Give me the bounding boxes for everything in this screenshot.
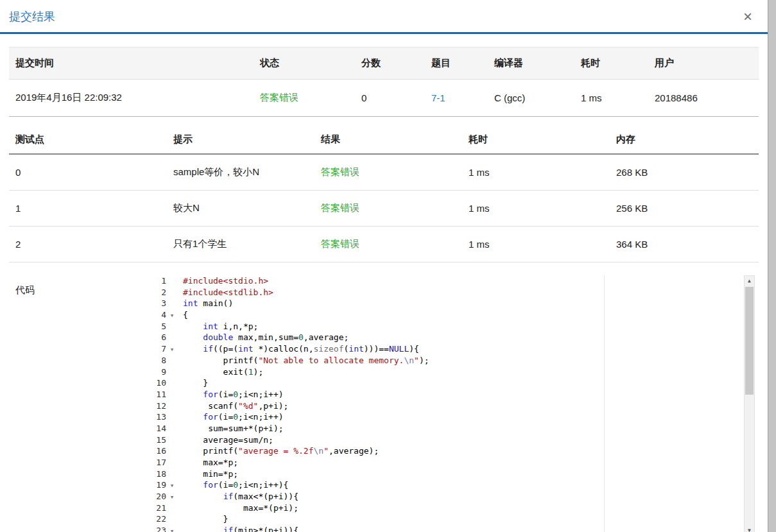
code-editor[interactable]: 1#include<stdio.h>2#include<stdlib.h>3in… [144, 275, 755, 532]
col-header-case-elapsed: 耗时 [462, 126, 610, 154]
col-header-result: 结果 [315, 126, 462, 154]
submission-result-modal: 提交结果 × 提交时间 状态 分数 题目 编译器 耗时 用户 [0, 0, 768, 532]
line-gutter: 11 [144, 389, 183, 400]
submission-score: 0 [355, 80, 425, 117]
line-number: 12 [144, 400, 166, 412]
code-line: 5 int i,n,*p; [144, 321, 755, 332]
line-gutter: 23▾ [144, 525, 183, 532]
code-text: int main() [183, 298, 233, 308]
fold-arrow-icon[interactable]: ▾ [166, 480, 178, 492]
code-text: average=sum/n; [183, 435, 273, 445]
line-number: 13 [144, 411, 166, 423]
testcase-memory: 256 KB [610, 191, 759, 227]
submission-time: 2019年4月16日 22:09:32 [9, 80, 254, 117]
line-gutter: 7▾ [144, 343, 183, 356]
line-number: 14 [144, 423, 166, 434]
code-line: 15 average=sum/n; [144, 434, 755, 446]
code-line: 9 exit(1); [144, 366, 755, 378]
line-gutter: 9 [144, 366, 183, 378]
code-text: max=*(p+i); [183, 503, 298, 513]
fold-arrow-icon[interactable]: ▾ [166, 526, 178, 532]
line-gutter: 19▾ [144, 479, 183, 492]
line-number: 17 [144, 457, 166, 468]
line-number: 9 [144, 366, 166, 378]
testcase-row: 1 较大N 答案错误 1 ms 256 KB [9, 191, 759, 227]
code-text: printf("Not able to allocate memory.\n")… [183, 356, 429, 365]
code-text: int i,n,*p; [183, 322, 258, 331]
line-number: 20 [144, 491, 166, 502]
code-text: } [183, 378, 208, 388]
fold-arrow-icon[interactable]: ▾ [166, 492, 178, 503]
modal-body: 提交时间 状态 分数 题目 编译器 耗时 用户 2019年4月16日 22:09… [0, 47, 768, 532]
code-text: min=*p; [183, 469, 238, 479]
submission-status: 答案错误 [254, 80, 355, 117]
code-line: 1#include<stdio.h> [144, 275, 755, 287]
submission-table: 提交时间 状态 分数 题目 编译器 耗时 用户 2019年4月16日 22:09… [9, 47, 759, 117]
code-text: { [183, 310, 188, 320]
col-header-status: 状态 [254, 47, 355, 80]
code-editor-lines: 1#include<stdio.h>2#include<stdlib.h>3in… [144, 275, 755, 532]
line-gutter: 21 [144, 502, 183, 514]
line-gutter: 18 [144, 468, 183, 480]
code-line: 8 printf("Not able to allocate memory.\n… [144, 355, 755, 366]
col-header-testcase: 测试点 [9, 126, 167, 154]
code-text: sum=sum+*(p+i); [183, 424, 284, 433]
testcase-table-header-row: 测试点 提示 结果 耗时 内存 [9, 126, 759, 154]
testcase-id: 0 [9, 154, 167, 191]
line-gutter: 2 [144, 287, 183, 298]
code-line: 22 } [144, 513, 755, 525]
line-gutter: 14 [144, 423, 183, 434]
fold-arrow-icon[interactable]: ▾ [166, 310, 178, 322]
testcase-row: 2 只有1个学生 答案错误 1 ms 364 KB [9, 227, 759, 262]
editor-scrollbar[interactable]: ▲ ▼ [744, 275, 755, 532]
line-gutter: 20▾ [144, 491, 183, 503]
code-text: for(i=0;i<n;i++) [183, 390, 284, 399]
line-number: 18 [144, 468, 166, 480]
scroll-down-icon[interactable]: ▼ [745, 526, 754, 532]
code-line: 23▾ if(min>*(p+i)){ [144, 525, 755, 532]
code-text: if(max<*(p+i)){ [183, 492, 298, 501]
scrollbar-thumb[interactable] [745, 287, 754, 395]
code-line: 17 max=*p; [144, 457, 755, 468]
testcase-elapsed: 1 ms [462, 227, 610, 262]
testcase-result: 答案错误 [315, 154, 462, 191]
close-icon[interactable]: × [743, 9, 752, 24]
line-gutter: 12 [144, 400, 183, 412]
testcase-memory: 268 KB [610, 154, 759, 191]
line-gutter: 10 [144, 377, 183, 389]
testcase-id: 2 [9, 227, 167, 262]
testcase-memory: 364 KB [610, 227, 759, 262]
page: 提交结果 × 提交时间 状态 分数 题目 编译器 耗时 用户 [0, 0, 776, 532]
testcase-result: 答案错误 [315, 191, 462, 227]
code-line: 3int main() [144, 298, 755, 309]
line-number: 8 [144, 355, 166, 366]
line-number: 22 [144, 513, 166, 525]
code-line: 12 scanf("%d",p+i); [144, 400, 755, 412]
modal-header: 提交结果 × [0, 0, 768, 34]
code-line: 2#include<stdlib.h> [144, 287, 755, 298]
testcase-result: 答案错误 [315, 227, 462, 262]
testcase-hint: 只有1个学生 [167, 227, 315, 262]
problem-link[interactable]: 7-1 [431, 92, 445, 103]
line-number: 2 [144, 287, 166, 298]
line-gutter: 5 [144, 321, 183, 332]
code-line: 16 printf("average = %.2f\n",average); [144, 445, 755, 457]
testcase-elapsed: 1 ms [462, 191, 610, 227]
scroll-up-icon[interactable]: ▲ [745, 276, 754, 286]
submission-user: 20188486 [648, 80, 759, 117]
col-header-score: 分数 [355, 47, 425, 80]
line-gutter: 6 [144, 332, 183, 343]
testcase-id: 1 [9, 191, 167, 227]
line-gutter: 8 [144, 355, 183, 366]
submission-table-header-row: 提交时间 状态 分数 题目 编译器 耗时 用户 [9, 47, 759, 80]
code-text: #include<stdlib.h> [183, 287, 273, 297]
line-gutter: 4▾ [144, 309, 183, 322]
line-number: 19 [144, 479, 166, 491]
page-title: 提交结果 [9, 9, 55, 24]
line-gutter: 16 [144, 445, 183, 457]
fold-arrow-icon[interactable]: ▾ [166, 344, 178, 356]
code-line: 14 sum=sum+*(p+i); [144, 423, 755, 434]
code-text: for(i=0;i<n;i++) [183, 412, 284, 422]
code-text: } [183, 514, 228, 524]
line-number: 4 [144, 309, 166, 321]
